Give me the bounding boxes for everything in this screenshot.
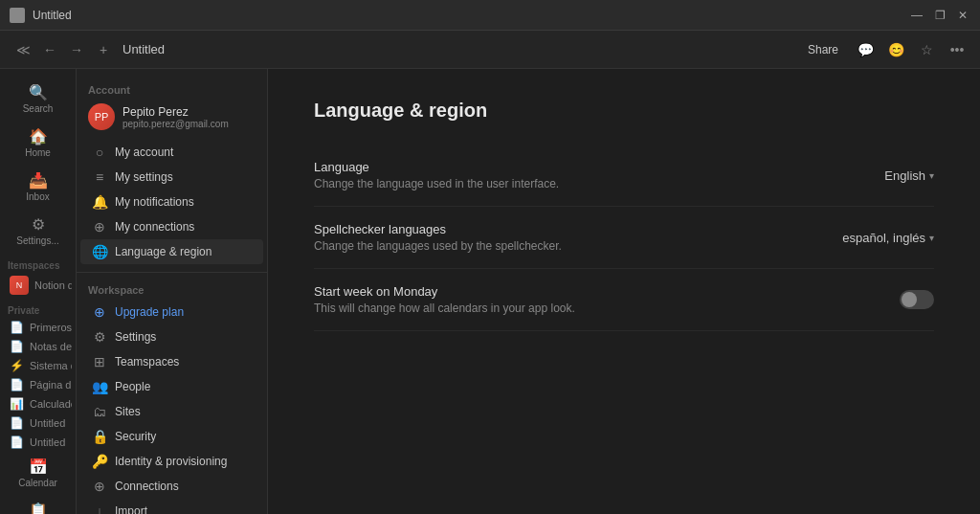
title-bar: Untitled — ❐ ✕ [0, 0, 980, 31]
start-monday-setting-name: Start week on Monday [314, 284, 900, 299]
menu-item-my-settings[interactable]: ≡ My settings [80, 165, 263, 190]
menu-item-settings[interactable]: ⚙ Settings [80, 324, 263, 349]
nav-item-primeros[interactable]: 📄 Primeros... [4, 318, 72, 337]
settings-label: Settings [115, 330, 156, 344]
user-email: pepito.perez@gmail.com [122, 119, 229, 129]
spellchecker-setting-info: Spellchecker languages Change the langua… [314, 222, 842, 253]
settings-icon: ⚙ [32, 215, 45, 234]
more-icon-button[interactable]: ••• [946, 38, 969, 61]
people-label: People [115, 380, 150, 393]
inbox-label: Inbox [26, 191, 49, 202]
nav-item-pagina[interactable]: 📄 Página de... [4, 375, 72, 394]
menu-item-language-region[interactable]: 🌐 Language & region ◄ [80, 239, 263, 264]
sidebar-item-inbox[interactable]: 📥 Inbox [4, 166, 72, 208]
language-dropdown-arrow: ▾ [929, 170, 934, 181]
private-section: 📄 Primeros... 📄 Notas de... ⚡ Sistema d.… [0, 318, 76, 452]
nav-forward-button[interactable]: → [65, 38, 88, 61]
my-account-label: My account [115, 145, 173, 159]
people-icon: 👥 [92, 379, 107, 394]
identity-provisioning-label: Identity & provisioning [115, 455, 227, 468]
sidebar-item-calendar[interactable]: 📅 Calendar [4, 452, 72, 494]
spellchecker-setting-name: Spellchecker languages [314, 222, 842, 236]
nav-item-untitled2[interactable]: 📄 Untitled [4, 433, 72, 452]
nav-item-label: Calculado... [30, 398, 72, 410]
menu-item-sites[interactable]: 🗂 Sites [80, 399, 263, 424]
sidebar-item-search[interactable]: 🔍 Search [4, 78, 72, 120]
nav-add-button[interactable]: + [92, 38, 115, 61]
menu-item-people[interactable]: 👥 People [80, 374, 263, 399]
spellchecker-setting-row: Spellchecker languages Change the langua… [314, 207, 934, 269]
sidebar-item-home[interactable]: 🏠 Home [4, 122, 72, 164]
start-monday-setting-desc: This will change how all calendars in yo… [314, 302, 900, 315]
comment-icon-button[interactable]: 💬 [854, 38, 877, 61]
nav-item-untitled1[interactable]: 📄 Untitled [4, 413, 72, 433]
security-icon: 🔒 [92, 429, 107, 444]
language-setting-desc: Change the language used in the user int… [314, 177, 884, 190]
home-icon: 🏠 [29, 127, 48, 145]
sites-icon: 🗂 [92, 404, 107, 419]
account-section-label: Account [77, 80, 267, 100]
minimize-button[interactable]: — [909, 8, 924, 23]
user-info: Pepito Perez pepito.perez@gmail.com [122, 105, 229, 129]
language-dropdown[interactable]: English ▾ [884, 168, 934, 183]
title-bar-left: Untitled [10, 8, 72, 23]
menu-item-import[interactable]: ↓ Import [80, 499, 263, 514]
sidebar-item-settings[interactable]: ⚙ Settings... [4, 210, 72, 252]
menu-item-my-connections[interactable]: ⊕ My connections [80, 214, 263, 239]
upgrade-plan-label: Upgrade plan [115, 305, 184, 319]
workspace-nav-item[interactable]: N Notion de Da... [4, 273, 72, 298]
emoji-icon-button[interactable]: 😊 [884, 38, 907, 61]
nav-item-label: Notas de... [30, 341, 72, 352]
import-label: Import [115, 504, 147, 514]
menu-item-connections[interactable]: ⊕ Connections [80, 474, 263, 499]
language-value: English [884, 168, 925, 183]
close-button[interactable]: ✕ [955, 8, 970, 23]
toolbar-nav: ≪ ← → + Untitled [11, 38, 165, 61]
menu-item-security[interactable]: 🔒 Security [80, 424, 263, 449]
identity-icon: 🔑 [92, 454, 107, 469]
my-account-icon: ○ [92, 145, 107, 160]
teamspaces-section: N Notion de Da... [0, 273, 76, 298]
menu-item-upgrade-plan[interactable]: ⊕ Upgrade plan [80, 300, 263, 324]
connections-label: Connections [115, 480, 179, 493]
star-icon-button[interactable]: ☆ [915, 38, 938, 61]
search-icon: 🔍 [29, 83, 48, 101]
settings-label: Settings... [16, 235, 58, 246]
user-avatar: PP [88, 103, 115, 130]
nav-item-label: Sistema d... [30, 360, 72, 371]
nav-item-notas[interactable]: 📄 Notas de... [4, 337, 72, 356]
main-content: Language & region Language Change the la… [268, 69, 980, 514]
language-setting-name: Language [314, 160, 884, 174]
notifications-icon: 🔔 [92, 194, 107, 210]
calendar-icon: 📅 [29, 458, 48, 476]
menu-item-my-account[interactable]: ○ My account [80, 140, 263, 165]
spellchecker-dropdown[interactable]: español, inglés ▾ [842, 231, 934, 245]
menu-item-identity-provisioning[interactable]: 🔑 Identity & provisioning [80, 449, 263, 474]
app-icon [10, 8, 25, 23]
menu-item-teamspaces[interactable]: ⊞ Teamspaces [80, 349, 263, 374]
page-heading: Language & region [314, 100, 934, 122]
my-notifications-label: My notifications [115, 195, 194, 209]
menu-item-my-notifications[interactable]: 🔔 My notifications [80, 190, 263, 214]
spellchecker-dropdown-arrow: ▾ [929, 233, 934, 243]
nav-back-button2[interactable]: ← [38, 38, 61, 61]
teamspaces-section-label: Itemspaces [0, 253, 76, 273]
app-body: 🔍 Search 🏠 Home 📥 Inbox ⚙ Settings... It… [0, 69, 980, 514]
start-monday-setting-row: Start week on Monday This will change ho… [314, 269, 934, 331]
nav-item-sistema[interactable]: ⚡ Sistema d... [4, 356, 72, 375]
spellchecker-setting-desc: Change the languages used by the spellch… [314, 239, 842, 253]
workspace-avatar: N [10, 276, 29, 295]
nav-item-label: Página de... [30, 379, 72, 391]
start-monday-toggle[interactable] [900, 290, 934, 309]
ws-connections-icon: ⊕ [92, 479, 107, 494]
maximize-button[interactable]: ❐ [932, 8, 947, 23]
nav-item-calculado[interactable]: 📊 Calculado... [4, 394, 72, 413]
share-button[interactable]: Share [800, 39, 846, 60]
spellchecker-value: español, inglés [842, 231, 925, 245]
workspace-section-label: Workspace [77, 280, 267, 300]
sidebar-item-templates[interactable]: 📋 Template... [4, 496, 72, 514]
home-label: Home [25, 147, 51, 158]
window-controls[interactable]: — ❐ ✕ [909, 8, 970, 23]
nav-back-button[interactable]: ≪ [11, 38, 34, 61]
upgrade-plan-icon: ⊕ [92, 304, 107, 320]
